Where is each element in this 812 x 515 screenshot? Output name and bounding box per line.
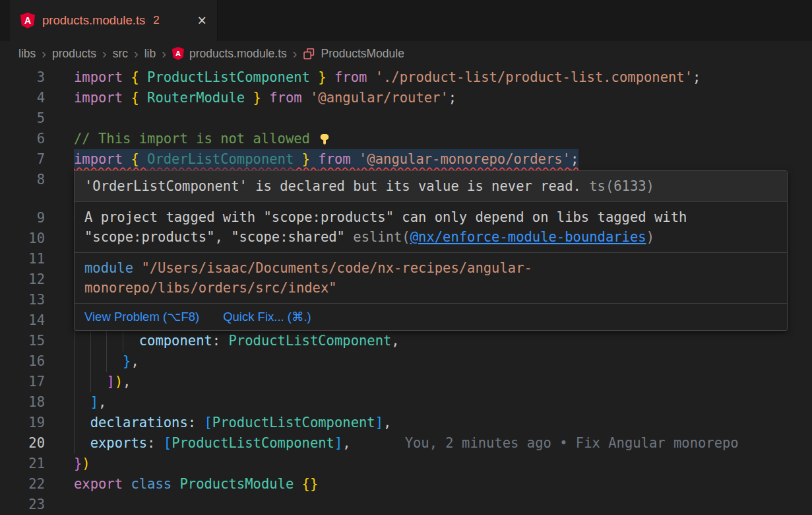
- eslint-rule-link[interactable]: @nx/enforce-module-boundaries: [410, 229, 646, 245]
- code-token: ): [646, 229, 654, 245]
- code-token: ]: [375, 415, 383, 430]
- code-token: ts(6133): [581, 178, 654, 194]
- line-content: import { ProductListComponent } from './…: [74, 67, 701, 88]
- line-number-14[interactable]: 14: [0, 310, 45, 331]
- code-line-5[interactable]: 5: [0, 108, 812, 129]
- code-token: import: [74, 90, 131, 106]
- code-token: eslint(: [353, 229, 410, 245]
- hover-text-line: module "/Users/isaac/Documents/code/nx-r…: [84, 258, 777, 278]
- code-line-7[interactable]: 7import { OrderListComponent } from '@an…: [0, 149, 812, 170]
- tab-bar: A products.module.ts 2 ×: [0, 0, 812, 41]
- line-number-15[interactable]: 15: [0, 331, 45, 351]
- hover-text-line: "scope:products", "scope:shared" eslint(…: [84, 227, 777, 247]
- line-content: declarations: [ProductListComponent],: [74, 413, 391, 433]
- code-token: from: [318, 151, 359, 167]
- line-number-5[interactable]: 5: [0, 108, 45, 129]
- line-number-21[interactable]: 21: [0, 454, 45, 474]
- line-number-12[interactable]: 12: [0, 269, 45, 290]
- line-content: import { RouterModule } from '@angular/r…: [74, 88, 456, 108]
- line-number-20[interactable]: 20: [0, 433, 45, 454]
- line-content: ]),: [74, 372, 131, 392]
- code-token: OrderListComponent: [147, 151, 294, 167]
- code-token: ProductsModule: [179, 476, 294, 492]
- breadcrumb-item-products[interactable]: products: [52, 47, 96, 61]
- code-line-20[interactable]: 20 exports: [ProductListComponent],You, …: [0, 433, 812, 454]
- breadcrumb-item-productsmodule[interactable]: ProductsModule: [303, 47, 404, 61]
- code-token: './product-list/product-list.component': [375, 69, 693, 85]
- line-number-9[interactable]: 9: [0, 208, 45, 228]
- code-token: ,: [342, 435, 350, 451]
- code-line-22[interactable]: 22export class ProductsModule {}: [0, 474, 812, 495]
- indent-guide: [74, 372, 75, 392]
- code-line-15[interactable]: 15 component: ProductListComponent,: [0, 331, 812, 351]
- code-token: ,: [131, 353, 139, 369]
- tab-label: products.module.ts: [42, 13, 145, 28]
- breadcrumb-item-libs[interactable]: libs: [18, 47, 36, 61]
- line-number-3[interactable]: 3: [0, 67, 45, 88]
- code-token: ;: [571, 151, 578, 167]
- code-line-17[interactable]: 17 ]),: [0, 372, 812, 392]
- breadcrumb-label: libs: [18, 47, 36, 61]
- hover-widget: 'OrderListComponent' is declared but its…: [74, 170, 788, 331]
- line-content: ],: [74, 392, 106, 413]
- code-token: from: [334, 69, 375, 85]
- tab-products-module-ts[interactable]: A products.module.ts 2 ×: [10, 0, 218, 41]
- breadcrumb-separator-icon: ›: [102, 47, 107, 60]
- code-line-4[interactable]: 4import { RouterModule } from '@angular/…: [0, 88, 812, 108]
- code-token: exports: [74, 435, 147, 451]
- line-number-16[interactable]: 16: [0, 351, 45, 372]
- code-line-21[interactable]: 21}): [0, 454, 812, 474]
- code-token: '@angular-monorepo/orders': [359, 151, 571, 167]
- line-number-7[interactable]: 7: [0, 149, 45, 170]
- code-token: module: [84, 260, 133, 276]
- code-line-6[interactable]: 6// This import is not allowed: [0, 129, 812, 149]
- line-number-22[interactable]: 22: [0, 474, 45, 495]
- line-number-8[interactable]: 8: [0, 170, 45, 190]
- pointing-down-emoji: [318, 131, 331, 147]
- line-number-10[interactable]: 10: [0, 228, 45, 249]
- code-line-16[interactable]: 16 },: [0, 351, 812, 372]
- code-token: import: [74, 69, 131, 85]
- breadcrumb-item-src[interactable]: src: [113, 47, 128, 61]
- code-token: ProductListComponent: [212, 415, 375, 430]
- hover-row-module-info: module "/Users/isaac/Documents/code/nx-r…: [75, 253, 787, 304]
- line-number-17[interactable]: 17: [0, 372, 45, 392]
- code-line-18[interactable]: 18 ],: [0, 392, 812, 413]
- line-number-23[interactable]: 23: [0, 495, 45, 515]
- code-token: :: [147, 435, 164, 451]
- code-token: from: [269, 90, 310, 106]
- breadcrumb-label: products: [52, 47, 96, 61]
- code-token: [261, 90, 269, 106]
- code-token: "scope:products", "scope:shared": [84, 229, 353, 245]
- line-number-18[interactable]: 18: [0, 392, 45, 413]
- line-content: import { OrderListComponent } from '@ang…: [74, 149, 578, 170]
- code-line-19[interactable]: 19 declarations: [ProductListComponent],: [0, 413, 812, 433]
- code-token: {}: [302, 476, 319, 492]
- breadcrumb-separator-icon: ›: [42, 47, 46, 60]
- line-number-11[interactable]: 11: [0, 249, 45, 269]
- indent-guide: [90, 372, 91, 392]
- tab-problems-badge: 2: [153, 14, 159, 27]
- line-number-19[interactable]: 19: [0, 413, 45, 433]
- angular-icon-letter: A: [24, 16, 31, 25]
- code-token: // This import is not allowed: [74, 131, 318, 147]
- code-token: [: [164, 435, 172, 451]
- code-token: class: [131, 476, 172, 492]
- line-number-6[interactable]: 6: [0, 129, 45, 149]
- breadcrumb-separator-icon: ›: [162, 47, 166, 60]
- code-token: ]: [106, 374, 114, 390]
- quick-fix-action[interactable]: Quick Fix... (⌘.): [223, 307, 311, 327]
- angular-file-icon: A: [20, 13, 35, 28]
- breadcrumb-item-products.module.ts[interactable]: Aproducts.module.ts: [172, 47, 287, 61]
- code-token: {: [131, 69, 147, 85]
- view-problem-action[interactable]: View Problem (⌥F8): [84, 307, 199, 327]
- line-number-13[interactable]: 13: [0, 290, 45, 310]
- line-number-4[interactable]: 4: [0, 88, 45, 108]
- code-line-3[interactable]: 3import { ProductListComponent } from '.…: [0, 67, 812, 88]
- code-token: ): [115, 374, 123, 390]
- code-token: [294, 476, 301, 492]
- code-token: A project tagged with "scope:products" c…: [84, 209, 687, 225]
- tab-close-icon[interactable]: ×: [198, 13, 206, 28]
- code-line-23[interactable]: 23: [0, 495, 812, 515]
- breadcrumb-item-lib[interactable]: lib: [144, 47, 156, 61]
